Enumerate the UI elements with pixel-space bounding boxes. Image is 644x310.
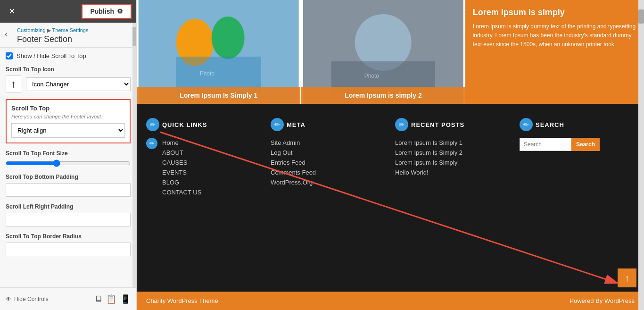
left-scrollbar-thumb — [132, 27, 136, 46]
preview-image-2: Photo Lorem Ipsum is simply 2 — [300, 0, 465, 104]
icon-changer-select[interactable]: Icon Changer — [26, 77, 131, 91]
scroll-box-desc: Here you can change the Footer layout. — [11, 114, 125, 119]
recent-posts-header: ✏ RECENT POSTS — [395, 118, 510, 131]
link-entries-feed[interactable]: Entries Feed — [271, 158, 386, 168]
meta-icon: ✏ — [271, 118, 284, 131]
image-1-caption: Lorem Ipsum Is Simply 1 — [137, 87, 300, 104]
quick-links-title: QUICK LINKS — [162, 121, 207, 128]
link-post-1[interactable]: Lorem Ipsum Is Simply 1 — [395, 138, 510, 148]
hide-controls-button[interactable]: 👁 Hide Controls — [6, 296, 49, 302]
right-scrollbar[interactable] — [638, 0, 644, 310]
bottom-padding-input[interactable] — [6, 183, 131, 197]
footer-col-meta: ✏ META Site Admin Log Out Entries Feed C… — [271, 118, 386, 282]
link-wordpress-org[interactable]: WordPress.Org — [271, 177, 386, 187]
orange-card-title: Lorem Ipsum is simply — [473, 8, 636, 17]
scroll-top-button[interactable]: ↑ — [618, 268, 636, 287]
footer-area: ✏ QUICK LINKS ✏ Home ABOUT CAUSES EVENTS… — [137, 104, 644, 310]
meta-title: META — [287, 121, 305, 128]
link-about[interactable]: ABOUT — [162, 148, 201, 158]
section-title: Footer Section — [17, 34, 131, 44]
close-button[interactable]: ✕ — [5, 4, 19, 18]
link-log-out[interactable]: Log Out — [271, 148, 386, 158]
scroll-to-top-box: Scroll To Top Here you can change the Fo… — [6, 99, 131, 143]
link-post-3[interactable]: Lorem Ipsum Is Simply — [395, 158, 510, 168]
link-contact[interactable]: CONTACT US — [162, 187, 201, 197]
quick-links-nav-icon: ✏ — [146, 138, 157, 149]
footer-search-button[interactable]: Search — [571, 138, 600, 151]
meta-header: ✏ META — [271, 118, 386, 131]
footer-bottom-bar: Charity WordPress Theme Powered By WordP… — [137, 292, 644, 310]
publish-button[interactable]: Publish ⚙ — [82, 4, 132, 19]
lr-padding-label: Scroll Left Right Padding — [6, 203, 131, 210]
breadcrumb: Customizing ▶ Theme Settings — [17, 27, 131, 34]
tablet-icon[interactable]: 📋 — [106, 294, 116, 304]
footer-search-input[interactable] — [520, 138, 571, 151]
recent-posts-title: RECENT POSTS — [411, 121, 464, 128]
link-blog[interactable]: BLOG — [162, 177, 201, 187]
publish-label: Publish — [90, 8, 114, 15]
link-home[interactable]: Home — [162, 138, 201, 148]
lr-padding-input[interactable] — [6, 213, 131, 226]
align-select[interactable]: Right align Left align Center align — [11, 123, 125, 138]
preview-images-row: Photo Lorem Ipsum Is Simply 1 Photo Lore… — [137, 0, 644, 104]
bottom-padding-label: Scroll Top Bottom Padding — [6, 174, 131, 180]
recent-posts-icon: ✏ — [395, 118, 408, 131]
quick-links-header: ✏ QUICK LINKS — [146, 118, 261, 131]
left-scrollbar[interactable] — [132, 23, 136, 287]
back-button[interactable]: ‹ — [5, 29, 8, 39]
up-arrow-icon: ↑ — [6, 75, 21, 92]
show-hide-row: Show / Hide Scroll To Top — [6, 52, 131, 59]
image-2-caption: Lorem Ipsum is simply 2 — [301, 87, 465, 104]
border-radius-input[interactable] — [6, 243, 131, 256]
search-header: ✏ SEARCH — [520, 118, 635, 131]
footer-right-text: Powered By WordPress — [570, 297, 635, 304]
svg-text:Photo: Photo — [364, 73, 380, 79]
border-radius-label: Scroll To Top Border Radius — [6, 233, 131, 240]
footer-col-search: ✏ SEARCH Search — [520, 118, 635, 282]
right-scrollbar-thumb — [638, 9, 644, 24]
footer-col-recent-posts: ✏ RECENT POSTS Lorem Ipsum Is Simply 1 L… — [395, 118, 510, 282]
quick-links-list: Home ABOUT CAUSES EVENTS BLOG CONTACT US — [162, 138, 201, 197]
link-comments-feed[interactable]: Comments Feed — [271, 168, 386, 177]
mobile-icon[interactable]: 📱 — [120, 294, 131, 304]
svg-point-2 — [212, 17, 245, 59]
link-hello-world[interactable]: Hello World! — [395, 168, 510, 177]
show-hide-label: Show / Hide Scroll To Top — [17, 52, 86, 59]
orange-card: Lorem Ipsum is simply Lorem Ipsum is sim… — [465, 0, 644, 104]
link-site-admin[interactable]: Site Admin — [271, 138, 386, 148]
right-panel-wrapper: Photo Lorem Ipsum Is Simply 1 Photo Lore… — [137, 0, 644, 310]
left-panel: ✕ Publish ⚙ ‹ Customizing ▶ Theme Settin… — [0, 0, 137, 310]
panel-content: Show / Hide Scroll To Top Scroll To Top … — [0, 48, 136, 287]
device-icons: 🖥 📋 📱 — [94, 294, 131, 304]
breadcrumb-area: ‹ Customizing ▶ Theme Settings Footer Se… — [0, 23, 136, 48]
quick-links-content: ✏ Home ABOUT CAUSES EVENTS BLOG CONTACT … — [146, 138, 261, 197]
footer-left-text: Charity WordPress Theme — [146, 297, 218, 304]
preview-image-1: Photo Lorem Ipsum Is Simply 1 — [137, 0, 300, 104]
icon-row: ↑ Icon Changer — [6, 75, 131, 92]
top-bar: ✕ Publish ⚙ — [0, 0, 136, 23]
font-size-slider[interactable] — [6, 159, 131, 167]
search-col-title: SEARCH — [536, 121, 564, 128]
font-size-slider-row — [6, 159, 131, 167]
show-hide-checkbox[interactable] — [6, 52, 13, 59]
publish-gear-icon: ⚙ — [117, 8, 123, 15]
desktop-icon[interactable]: 🖥 — [94, 294, 102, 304]
link-causes[interactable]: CAUSES — [162, 158, 201, 168]
bottom-bar: 👁 Hide Controls 🖥 📋 📱 — [0, 287, 136, 310]
footer-search-row: Search — [520, 138, 635, 151]
footer-columns: ✏ QUICK LINKS ✏ Home ABOUT CAUSES EVENTS… — [146, 118, 635, 282]
eye-icon: 👁 — [6, 296, 11, 302]
icon-field-label: Scroll To Top Icon — [6, 66, 131, 73]
link-events[interactable]: EVENTS — [162, 168, 201, 177]
orange-card-body: Lorem Ipsum is simply dummy text of the … — [473, 22, 636, 50]
link-post-2[interactable]: Lorem Ipsum Is Simply 2 — [395, 148, 510, 158]
font-size-label: Scroll To Top Font Size — [6, 150, 131, 157]
scroll-box-title: Scroll To Top — [11, 105, 125, 112]
quick-links-icon: ✏ — [146, 118, 159, 131]
footer-dark: ✏ QUICK LINKS ✏ Home ABOUT CAUSES EVENTS… — [137, 104, 644, 292]
svg-text:Photo: Photo — [200, 70, 215, 77]
search-col-icon: ✏ — [520, 118, 533, 131]
footer-col-quick-links: ✏ QUICK LINKS ✏ Home ABOUT CAUSES EVENTS… — [146, 118, 261, 282]
